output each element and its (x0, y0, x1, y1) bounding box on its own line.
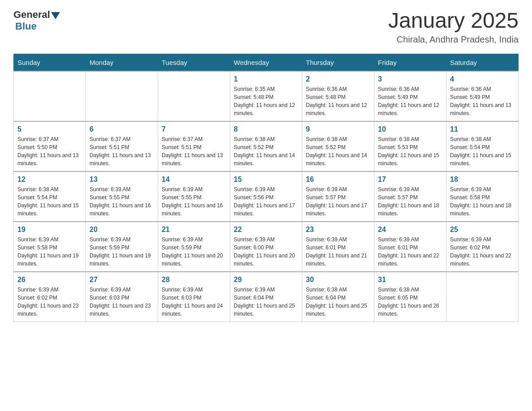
day-number: 25 (450, 226, 515, 234)
day-info: Sunrise: 6:38 AMSunset: 5:54 PMDaylight:… (450, 135, 515, 167)
calendar-cell: 6Sunrise: 6:37 AMSunset: 5:51 PMDaylight… (86, 121, 158, 171)
calendar-cell: 13Sunrise: 6:39 AMSunset: 5:55 PMDayligh… (86, 171, 158, 222)
logo-general-text: General (13, 9, 50, 21)
day-number: 24 (378, 226, 442, 234)
calendar-cell: 15Sunrise: 6:39 AMSunset: 5:56 PMDayligh… (230, 171, 302, 222)
day-number: 27 (90, 276, 154, 284)
day-info: Sunrise: 6:39 AMSunset: 5:55 PMDaylight:… (162, 185, 226, 218)
day-info: Sunrise: 6:39 AMSunset: 5:55 PMDaylight:… (90, 185, 154, 218)
calendar-cell: 16Sunrise: 6:39 AMSunset: 5:57 PMDayligh… (302, 171, 374, 222)
day-info: Sunrise: 6:38 AMSunset: 6:04 PMDaylight:… (306, 286, 370, 318)
logo-arrow-icon (51, 12, 60, 19)
calendar-cell: 10Sunrise: 6:38 AMSunset: 5:53 PMDayligh… (374, 121, 446, 171)
calendar-cell: 26Sunrise: 6:39 AMSunset: 6:02 PMDayligh… (14, 272, 86, 322)
calendar-cell: 29Sunrise: 6:39 AMSunset: 6:04 PMDayligh… (230, 272, 302, 322)
day-info: Sunrise: 6:39 AMSunset: 6:01 PMDaylight:… (306, 235, 370, 268)
day-info: Sunrise: 6:39 AMSunset: 6:02 PMDaylight:… (450, 235, 515, 268)
calendar-cell (158, 71, 230, 121)
day-info: Sunrise: 6:39 AMSunset: 5:58 PMDaylight:… (17, 235, 82, 268)
logo-blue-text: Blue (15, 21, 37, 32)
day-info: Sunrise: 6:39 AMSunset: 6:01 PMDaylight:… (378, 235, 442, 268)
calendar-cell: 27Sunrise: 6:39 AMSunset: 6:03 PMDayligh… (86, 272, 158, 322)
day-info: Sunrise: 6:37 AMSunset: 5:51 PMDaylight:… (162, 135, 226, 167)
day-info: Sunrise: 6:39 AMSunset: 5:59 PMDaylight:… (162, 235, 226, 268)
page-header: General Blue January 2025 Chirala, Andhr… (13, 9, 519, 45)
day-info: Sunrise: 6:35 AMSunset: 5:48 PMDaylight:… (234, 85, 298, 117)
day-of-week-header: Monday (86, 54, 158, 71)
calendar-cell: 9Sunrise: 6:38 AMSunset: 5:52 PMDaylight… (302, 121, 374, 171)
calendar-cell: 7Sunrise: 6:37 AMSunset: 5:51 PMDaylight… (158, 121, 230, 171)
day-number: 11 (450, 125, 515, 133)
week-row: 12Sunrise: 6:38 AMSunset: 5:54 PMDayligh… (14, 171, 519, 222)
month-year-title: January 2025 (388, 9, 519, 33)
calendar-cell: 14Sunrise: 6:39 AMSunset: 5:55 PMDayligh… (158, 171, 230, 222)
day-info: Sunrise: 6:39 AMSunset: 5:56 PMDaylight:… (234, 185, 298, 218)
day-number: 2 (306, 75, 370, 83)
day-number: 7 (162, 125, 226, 133)
week-row: 1Sunrise: 6:35 AMSunset: 5:48 PMDaylight… (14, 71, 519, 121)
day-info: Sunrise: 6:37 AMSunset: 5:51 PMDaylight:… (90, 135, 154, 167)
week-row: 26Sunrise: 6:39 AMSunset: 6:02 PMDayligh… (14, 272, 519, 322)
day-of-week-header: Friday (374, 54, 446, 71)
day-number: 29 (234, 276, 298, 284)
week-row: 5Sunrise: 6:37 AMSunset: 5:50 PMDaylight… (14, 121, 519, 171)
day-of-week-header: Tuesday (158, 54, 230, 71)
day-info: Sunrise: 6:39 AMSunset: 5:59 PMDaylight:… (90, 235, 154, 268)
calendar-cell: 2Sunrise: 6:36 AMSunset: 5:48 PMDaylight… (302, 71, 374, 121)
day-number: 1 (234, 75, 298, 83)
day-number: 13 (90, 176, 154, 184)
day-info: Sunrise: 6:38 AMSunset: 5:53 PMDaylight:… (378, 135, 442, 167)
calendar-cell: 12Sunrise: 6:38 AMSunset: 5:54 PMDayligh… (14, 171, 86, 222)
calendar-cell: 23Sunrise: 6:39 AMSunset: 6:01 PMDayligh… (302, 222, 374, 272)
day-info: Sunrise: 6:39 AMSunset: 6:04 PMDaylight:… (234, 286, 298, 318)
day-number: 26 (17, 276, 82, 284)
calendar-cell (14, 71, 86, 121)
day-number: 30 (306, 276, 370, 284)
calendar-table: SundayMondayTuesdayWednesdayThursdayFrid… (13, 54, 519, 322)
calendar-cell: 4Sunrise: 6:36 AMSunset: 5:49 PMDaylight… (446, 71, 519, 121)
day-of-week-header: Sunday (14, 54, 86, 71)
calendar-cell: 25Sunrise: 6:39 AMSunset: 6:02 PMDayligh… (446, 222, 519, 272)
day-number: 12 (17, 176, 82, 184)
calendar-cell (446, 272, 519, 322)
calendar-cell (86, 71, 158, 121)
calendar-cell: 30Sunrise: 6:38 AMSunset: 6:04 PMDayligh… (302, 272, 374, 322)
calendar-cell: 24Sunrise: 6:39 AMSunset: 6:01 PMDayligh… (374, 222, 446, 272)
calendar-cell: 20Sunrise: 6:39 AMSunset: 5:59 PMDayligh… (86, 222, 158, 272)
day-info: Sunrise: 6:36 AMSunset: 5:48 PMDaylight:… (306, 85, 370, 117)
day-number: 15 (234, 176, 298, 184)
day-number: 23 (306, 226, 370, 234)
day-number: 4 (450, 75, 515, 83)
calendar-cell: 18Sunrise: 6:39 AMSunset: 5:58 PMDayligh… (446, 171, 519, 222)
calendar-cell: 8Sunrise: 6:38 AMSunset: 5:52 PMDaylight… (230, 121, 302, 171)
calendar-cell: 1Sunrise: 6:35 AMSunset: 5:48 PMDaylight… (230, 71, 302, 121)
day-number: 3 (378, 75, 442, 83)
day-info: Sunrise: 6:36 AMSunset: 5:49 PMDaylight:… (378, 85, 442, 117)
logo: General Blue (13, 9, 61, 32)
day-info: Sunrise: 6:36 AMSunset: 5:49 PMDaylight:… (450, 85, 515, 117)
day-number: 6 (90, 125, 154, 133)
day-number: 19 (17, 226, 82, 234)
day-number: 31 (378, 276, 442, 284)
day-number: 22 (234, 226, 298, 234)
title-section: January 2025 Chirala, Andhra Pradesh, In… (388, 9, 519, 45)
day-info: Sunrise: 6:39 AMSunset: 6:03 PMDaylight:… (162, 286, 226, 318)
calendar-cell: 17Sunrise: 6:39 AMSunset: 5:57 PMDayligh… (374, 171, 446, 222)
day-number: 9 (306, 125, 370, 133)
calendar-cell: 3Sunrise: 6:36 AMSunset: 5:49 PMDaylight… (374, 71, 446, 121)
day-info: Sunrise: 6:39 AMSunset: 5:58 PMDaylight:… (450, 185, 515, 218)
day-number: 20 (90, 226, 154, 234)
calendar-cell: 21Sunrise: 6:39 AMSunset: 5:59 PMDayligh… (158, 222, 230, 272)
day-of-week-header: Saturday (446, 54, 519, 71)
day-info: Sunrise: 6:38 AMSunset: 6:05 PMDaylight:… (378, 286, 442, 318)
week-row: 19Sunrise: 6:39 AMSunset: 5:58 PMDayligh… (14, 222, 519, 272)
day-info: Sunrise: 6:39 AMSunset: 6:03 PMDaylight:… (90, 286, 154, 318)
day-number: 5 (17, 125, 82, 133)
day-number: 28 (162, 276, 226, 284)
day-info: Sunrise: 6:39 AMSunset: 5:57 PMDaylight:… (306, 185, 370, 218)
day-number: 10 (378, 125, 442, 133)
calendar-cell: 5Sunrise: 6:37 AMSunset: 5:50 PMDaylight… (14, 121, 86, 171)
day-info: Sunrise: 6:38 AMSunset: 5:54 PMDaylight:… (17, 185, 82, 218)
day-number: 16 (306, 176, 370, 184)
day-info: Sunrise: 6:39 AMSunset: 5:57 PMDaylight:… (378, 185, 442, 218)
